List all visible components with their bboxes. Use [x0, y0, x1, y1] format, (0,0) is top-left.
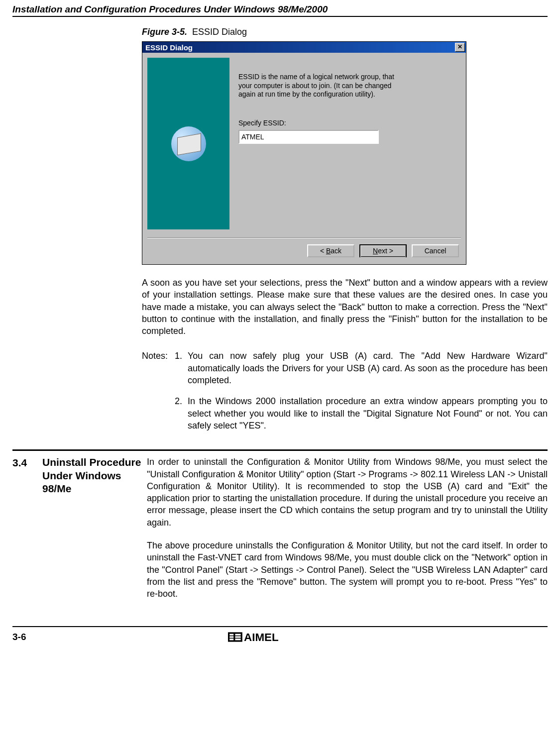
close-icon[interactable]: ✕ [455, 43, 465, 52]
section-para: In order to uninstall the Configuration … [147, 456, 548, 529]
svg-rect-3 [229, 639, 233, 640]
note-item: 2. In the Windows 2000 installation proc… [175, 395, 548, 431]
svg-rect-5 [235, 636, 241, 638]
dialog-titlebar: ESSID Dialog ✕ [142, 42, 466, 53]
note-number: 2. [175, 395, 188, 431]
section-para: The above procedure uninstalls the Confi… [147, 539, 548, 600]
essid-input[interactable] [238, 130, 379, 144]
back-button[interactable]: < Back [307, 244, 354, 257]
note-item: 1. You can now safely plug your USB (A) … [175, 350, 548, 386]
essid-dialog: ESSID Dialog ✕ ESSID is the name of a lo… [142, 41, 466, 265]
running-header: Installation and Configuration Procedure… [12, 0, 548, 17]
essid-field-label: Specify ESSID: [238, 119, 461, 127]
notes-label: Notes: [142, 350, 175, 440]
atmel-logo: AIMEL [26, 629, 518, 645]
svg-text:AIMEL: AIMEL [244, 631, 279, 643]
dialog-title: ESSID Dialog [145, 43, 193, 52]
figure-title: ESSID Dialog [192, 27, 247, 37]
section-rule [12, 449, 548, 451]
figure-label: Figure 3-5. [142, 27, 187, 37]
section-body: In order to uninstall the Configuration … [147, 456, 548, 611]
para-after-figure: A soon as you have set your selections, … [142, 277, 548, 337]
svg-rect-2 [229, 636, 233, 638]
cancel-button[interactable]: Cancel [412, 244, 459, 257]
svg-rect-6 [235, 639, 241, 640]
svg-rect-4 [235, 634, 241, 635]
note-text: You can now safely plug your USB (A) car… [188, 350, 548, 386]
svg-rect-1 [229, 634, 233, 635]
note-text: In the Windows 2000 installation procedu… [188, 395, 548, 431]
next-button[interactable]: Next > [359, 244, 407, 257]
note-number: 1. [175, 350, 188, 386]
page-number: 3-6 [12, 632, 26, 643]
page-footer: 3-6 AIMEL [12, 626, 548, 645]
wizard-banner [147, 58, 229, 229]
section-3-4: 3.4 Uninstall Procedure Under Windows 98… [12, 456, 548, 611]
dialog-description: ESSID is the name of a logical network g… [238, 73, 398, 99]
section-title: Uninstall Procedure Under Windows 98/Me [42, 456, 147, 611]
section-number: 3.4 [12, 456, 42, 611]
install-icon [171, 126, 206, 161]
figure-caption: Figure 3-5. ESSID Dialog [142, 27, 548, 37]
notes-block: Notes: 1. You can now safely plug your U… [142, 350, 548, 440]
